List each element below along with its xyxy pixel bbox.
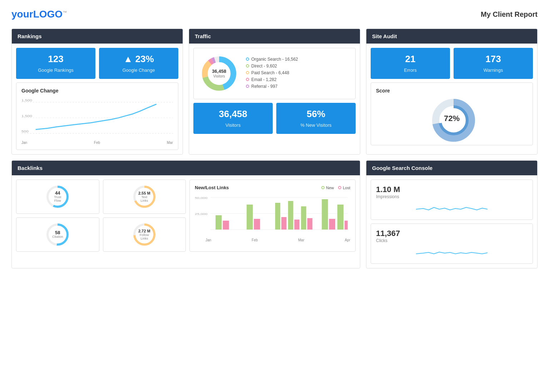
score-label: Score xyxy=(376,88,390,94)
visitors-value: 36,458 xyxy=(198,109,268,120)
legend-label-direct: Direct - 9,602 xyxy=(251,64,277,69)
score-value: 72% xyxy=(444,114,460,123)
backlinks-body: 44 Trust Flow 58 xyxy=(12,175,360,256)
follow-links-value: 2.72 M Follow Links xyxy=(138,228,150,241)
legend-dot-new xyxy=(321,186,325,189)
svg-rect-34 xyxy=(288,201,293,230)
legend-dot-paid xyxy=(246,71,249,74)
traffic-donut-label: 36,458 Visitors xyxy=(212,69,226,79)
visitors-label: Visitors xyxy=(226,122,241,128)
legend-dot-direct xyxy=(246,64,249,67)
impressions-label: Impressions xyxy=(376,194,528,199)
rankings-line-chart: 1,500 1,500 500 xyxy=(21,96,173,139)
x-label-jan: Jan xyxy=(21,141,27,145)
google-rankings-box: 123 Google Rankings xyxy=(16,48,95,79)
text-links-circle: 2.55 M Text Links xyxy=(132,184,157,209)
warnings-value: 173 xyxy=(458,54,529,65)
logo-bold: LOGO xyxy=(33,9,63,20)
google-rankings-value: 123 xyxy=(20,54,91,65)
svg-rect-39 xyxy=(329,219,335,230)
legend-dot-lost xyxy=(338,186,341,189)
legend-lost: Lost xyxy=(338,186,350,190)
x-label-feb: Feb xyxy=(94,141,100,145)
traffic-stat-row: 36,458 Visitors 56% % New Visitors xyxy=(193,103,356,134)
logo-your: your xyxy=(11,9,33,20)
traffic-header: Traffic xyxy=(189,29,360,44)
new-visitors-value: 56% xyxy=(281,109,351,120)
errors-value: 21 xyxy=(375,54,446,65)
legend-dot-organic xyxy=(246,57,249,61)
legend-label-referral: Referral - 997 xyxy=(251,84,277,89)
legend-dot-referral xyxy=(246,85,249,88)
legend-new: New xyxy=(321,186,334,190)
bar-x-mar: Mar xyxy=(298,238,304,242)
clicks-value: 11,367 xyxy=(376,229,528,238)
logo-tm: ™ xyxy=(63,10,67,15)
clicks-sparkline xyxy=(376,246,528,258)
svg-rect-31 xyxy=(254,219,260,230)
bar-x-apr: Apr xyxy=(345,238,350,242)
trust-flow-card: 44 Trust Flow xyxy=(16,180,99,214)
visitors-box: 36,458 Visitors xyxy=(193,103,273,134)
svg-text:500: 500 xyxy=(21,129,29,133)
svg-rect-29 xyxy=(223,221,229,230)
gsc-body: 1.10 M Impressions 11,367 Clicks xyxy=(366,175,537,268)
follow-links-circle: 2.72 M Follow Links xyxy=(132,222,157,247)
bar-x-feb: Feb xyxy=(252,238,258,242)
rankings-body: 123 Google Rankings ▲ 23% Google Change … xyxy=(12,44,183,154)
bar-x-axis: Jan Feb Mar Apr xyxy=(195,238,350,242)
legend-dot-email xyxy=(246,78,249,81)
svg-rect-37 xyxy=(307,218,313,230)
traffic-legend: Organic Search - 16,562 Direct - 9,602 P… xyxy=(246,57,350,91)
rankings-chart-title: Google Change xyxy=(21,88,173,94)
bar-x-jan: Jan xyxy=(206,238,211,242)
errors-label: Errors xyxy=(404,67,416,73)
traffic-top: 36,458 Visitors Organic Search - 16,562 … xyxy=(193,48,356,99)
backlinks-col2: 2.55 M Text Links 2.72 M xyxy=(103,180,186,252)
impressions-sparkline xyxy=(376,202,528,215)
legend-organic: Organic Search - 16,562 xyxy=(246,57,350,62)
new-visitors-label: % New Visitors xyxy=(300,122,331,128)
svg-text:1,500: 1,500 xyxy=(21,114,32,118)
score-donut: 72% xyxy=(430,97,473,140)
legend-label-organic: Organic Search - 16,562 xyxy=(251,57,298,62)
svg-rect-33 xyxy=(281,217,287,230)
rankings-x-axis: Jan Feb Mar xyxy=(21,141,173,145)
clicks-card: 11,367 Clicks xyxy=(371,223,533,264)
backlinks-inner: 44 Trust Flow 58 xyxy=(16,180,356,252)
citation-value: 58 Citation xyxy=(52,230,63,239)
backlinks-section: Backlinks 44 Trust Flow xyxy=(11,160,360,268)
site-audit-section: Site Audit 21 Errors 173 Warnings Score xyxy=(366,29,538,155)
follow-links-card: 2.72 M Follow Links xyxy=(103,217,186,252)
svg-rect-35 xyxy=(294,220,300,230)
citation-circle: 58 Citation xyxy=(45,222,70,247)
clicks-label: Clicks xyxy=(376,238,528,243)
page-header: yourLOGO™ My Client Report xyxy=(11,9,538,20)
svg-rect-41 xyxy=(345,221,348,230)
text-links-value: 2.55 M Text Links xyxy=(138,191,150,203)
bar-chart-header: New/Lost Links New Lost xyxy=(195,185,350,190)
backlinks-col1: 44 Trust Flow 58 xyxy=(16,180,99,252)
main-grid: Rankings 123 Google Rankings ▲ 23% Googl… xyxy=(11,29,538,268)
new-visitors-box: 56% % New Visitors xyxy=(276,103,356,134)
score-card: Score 72% xyxy=(371,82,533,145)
google-rankings-label: Google Rankings xyxy=(38,67,74,73)
bar-chart-title: New/Lost Links xyxy=(195,185,229,190)
traffic-donut: 36,458 Visitors xyxy=(199,54,239,93)
svg-rect-28 xyxy=(216,215,222,230)
backlinks-header: Backlinks xyxy=(12,161,360,175)
legend-email: Email - 1,282 xyxy=(246,77,350,82)
legend-label-paid: Paid Search - 6,448 xyxy=(251,70,289,75)
traffic-body: 36,458 Visitors Organic Search - 16,562 … xyxy=(189,44,360,142)
bar-legend: New Lost xyxy=(321,186,350,190)
google-change-value: ▲ 23% xyxy=(103,54,174,65)
traffic-donut-sublabel: Visitors xyxy=(212,74,226,79)
google-change-box: ▲ 23% Google Change xyxy=(99,48,178,79)
rankings-section: Rankings 123 Google Rankings ▲ 23% Googl… xyxy=(11,29,183,155)
legend-direct: Direct - 9,602 xyxy=(246,64,350,69)
citation-card: 58 Citation xyxy=(16,217,99,252)
legend-referral: Referral - 997 xyxy=(246,84,350,89)
site-audit-stat-row: 21 Errors 173 Warnings xyxy=(371,48,533,79)
impressions-value: 1.10 M xyxy=(376,185,528,194)
svg-rect-36 xyxy=(301,206,306,230)
